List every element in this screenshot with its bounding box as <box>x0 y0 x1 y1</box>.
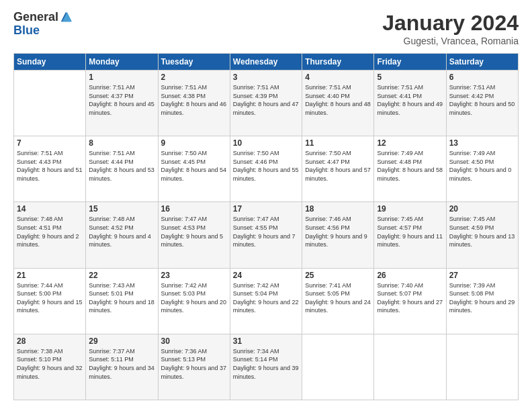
day-info: Sunrise: 7:49 AMSunset: 4:50 PMDaylight:… <box>449 149 515 183</box>
location: Gugesti, Vrancea, Romania <box>382 36 519 46</box>
weekday-header-sunday: Sunday <box>14 54 86 71</box>
calendar-cell: 21Sunrise: 7:44 AMSunset: 5:00 PMDayligh… <box>14 268 86 334</box>
day-info: Sunrise: 7:39 AMSunset: 5:08 PMDaylight:… <box>449 281 515 315</box>
calendar-cell: 4Sunrise: 7:51 AMSunset: 4:40 PMDaylight… <box>302 71 374 136</box>
day-info: Sunrise: 7:42 AMSunset: 5:03 PMDaylight:… <box>161 281 227 315</box>
calendar-cell: 31Sunrise: 7:34 AMSunset: 5:14 PMDayligh… <box>230 334 302 400</box>
weekday-header-friday: Friday <box>374 54 446 71</box>
day-info: Sunrise: 7:48 AMSunset: 4:51 PMDaylight:… <box>17 215 83 248</box>
calendar-cell: 27Sunrise: 7:39 AMSunset: 5:08 PMDayligh… <box>446 268 518 334</box>
calendar-cell: 23Sunrise: 7:42 AMSunset: 5:03 PMDayligh… <box>158 268 230 334</box>
calendar-cell: 7Sunrise: 7:51 AMSunset: 4:43 PMDaylight… <box>14 136 86 202</box>
day-info: Sunrise: 7:36 AMSunset: 5:13 PMDaylight:… <box>161 347 227 381</box>
weekday-header-row: SundayMondayTuesdayWednesdayThursdayFrid… <box>14 54 519 71</box>
day-number: 16 <box>161 204 227 214</box>
day-info: Sunrise: 7:51 AMSunset: 4:41 PMDaylight:… <box>377 83 443 117</box>
day-info: Sunrise: 7:40 AMSunset: 5:07 PMDaylight:… <box>377 281 443 315</box>
weekday-header-tuesday: Tuesday <box>158 54 230 71</box>
day-number: 11 <box>305 138 371 148</box>
day-number: 8 <box>89 138 154 148</box>
calendar-cell: 14Sunrise: 7:48 AMSunset: 4:51 PMDayligh… <box>14 202 86 268</box>
day-number: 5 <box>377 73 443 82</box>
title-block: January 2024 Gugesti, Vrancea, Romania <box>382 11 519 46</box>
day-number: 7 <box>17 138 83 148</box>
day-info: Sunrise: 7:43 AMSunset: 5:01 PMDaylight:… <box>89 281 154 315</box>
week-row-5: 28Sunrise: 7:38 AMSunset: 5:10 PMDayligh… <box>14 334 519 400</box>
day-number: 6 <box>449 73 515 82</box>
day-info: Sunrise: 7:45 AMSunset: 4:57 PMDaylight:… <box>377 215 443 248</box>
day-info: Sunrise: 7:51 AMSunset: 4:44 PMDaylight:… <box>89 149 154 183</box>
day-number: 31 <box>233 336 299 346</box>
day-number: 15 <box>89 204 154 214</box>
logo-text: General Blue <box>13 11 72 38</box>
day-info: Sunrise: 7:51 AMSunset: 4:38 PMDaylight:… <box>161 83 227 117</box>
header: General Blue January 2024 Gugesti, Vranc… <box>13 11 519 46</box>
calendar-page: General Blue January 2024 Gugesti, Vranc… <box>0 0 532 411</box>
logo: General Blue <box>13 11 72 38</box>
logo-icon <box>60 11 72 23</box>
weekday-header-saturday: Saturday <box>446 54 518 71</box>
calendar-cell: 17Sunrise: 7:47 AMSunset: 4:55 PMDayligh… <box>230 202 302 268</box>
month-title: January 2024 <box>382 11 519 36</box>
day-info: Sunrise: 7:47 AMSunset: 4:53 PMDaylight:… <box>161 215 227 248</box>
logo-blue: Blue <box>13 24 72 38</box>
day-info: Sunrise: 7:42 AMSunset: 5:04 PMDaylight:… <box>233 281 299 315</box>
day-number: 27 <box>449 271 515 280</box>
day-number: 18 <box>305 204 371 214</box>
weekday-header-thursday: Thursday <box>302 54 374 71</box>
week-row-1: 1Sunrise: 7:51 AMSunset: 4:37 PMDaylight… <box>14 71 519 136</box>
day-number: 4 <box>305 73 371 82</box>
calendar-cell: 26Sunrise: 7:40 AMSunset: 5:07 PMDayligh… <box>374 268 446 334</box>
day-number: 9 <box>161 138 227 148</box>
calendar-cell: 3Sunrise: 7:51 AMSunset: 4:39 PMDaylight… <box>230 71 302 136</box>
calendar-cell: 9Sunrise: 7:50 AMSunset: 4:45 PMDaylight… <box>158 136 230 202</box>
calendar-cell: 10Sunrise: 7:50 AMSunset: 4:46 PMDayligh… <box>230 136 302 202</box>
day-info: Sunrise: 7:50 AMSunset: 4:45 PMDaylight:… <box>161 149 227 183</box>
day-number: 24 <box>233 271 299 280</box>
calendar-cell: 5Sunrise: 7:51 AMSunset: 4:41 PMDaylight… <box>374 71 446 136</box>
day-number: 2 <box>161 73 227 82</box>
day-number: 10 <box>233 138 299 148</box>
day-number: 12 <box>377 138 443 148</box>
day-info: Sunrise: 7:51 AMSunset: 4:39 PMDaylight:… <box>233 83 299 117</box>
week-row-3: 14Sunrise: 7:48 AMSunset: 4:51 PMDayligh… <box>14 202 519 268</box>
day-info: Sunrise: 7:41 AMSunset: 5:05 PMDaylight:… <box>305 281 371 315</box>
calendar-cell <box>302 334 374 400</box>
day-number: 22 <box>89 271 154 280</box>
logo-general: General <box>13 11 58 24</box>
weekday-header-monday: Monday <box>86 54 158 71</box>
day-number: 13 <box>449 138 515 148</box>
day-info: Sunrise: 7:46 AMSunset: 4:56 PMDaylight:… <box>305 215 371 248</box>
day-number: 29 <box>89 336 154 346</box>
day-number: 28 <box>17 336 83 346</box>
calendar-cell: 2Sunrise: 7:51 AMSunset: 4:38 PMDaylight… <box>158 71 230 136</box>
day-info: Sunrise: 7:51 AMSunset: 4:42 PMDaylight:… <box>449 83 515 117</box>
day-number: 26 <box>377 271 443 280</box>
calendar-cell: 13Sunrise: 7:49 AMSunset: 4:50 PMDayligh… <box>446 136 518 202</box>
day-info: Sunrise: 7:50 AMSunset: 4:47 PMDaylight:… <box>305 149 371 183</box>
calendar-cell: 15Sunrise: 7:48 AMSunset: 4:52 PMDayligh… <box>86 202 158 268</box>
day-number: 21 <box>17 271 83 280</box>
day-number: 14 <box>17 204 83 214</box>
calendar-cell: 1Sunrise: 7:51 AMSunset: 4:37 PMDaylight… <box>86 71 158 136</box>
calendar-cell <box>14 71 86 136</box>
day-info: Sunrise: 7:34 AMSunset: 5:14 PMDaylight:… <box>233 347 299 381</box>
day-info: Sunrise: 7:48 AMSunset: 4:52 PMDaylight:… <box>89 215 154 248</box>
calendar-cell: 20Sunrise: 7:45 AMSunset: 4:59 PMDayligh… <box>446 202 518 268</box>
day-info: Sunrise: 7:50 AMSunset: 4:46 PMDaylight:… <box>233 149 299 183</box>
calendar-body: 1Sunrise: 7:51 AMSunset: 4:37 PMDaylight… <box>14 71 519 400</box>
day-info: Sunrise: 7:51 AMSunset: 4:37 PMDaylight:… <box>89 83 154 117</box>
calendar-cell: 19Sunrise: 7:45 AMSunset: 4:57 PMDayligh… <box>374 202 446 268</box>
day-info: Sunrise: 7:47 AMSunset: 4:55 PMDaylight:… <box>233 215 299 248</box>
day-info: Sunrise: 7:51 AMSunset: 4:40 PMDaylight:… <box>305 83 371 117</box>
day-info: Sunrise: 7:51 AMSunset: 4:43 PMDaylight:… <box>17 149 83 183</box>
week-row-2: 7Sunrise: 7:51 AMSunset: 4:43 PMDaylight… <box>14 136 519 202</box>
calendar-table: SundayMondayTuesdayWednesdayThursdayFrid… <box>13 53 519 400</box>
calendar-cell: 25Sunrise: 7:41 AMSunset: 5:05 PMDayligh… <box>302 268 374 334</box>
day-info: Sunrise: 7:38 AMSunset: 5:10 PMDaylight:… <box>17 347 83 381</box>
calendar-cell: 29Sunrise: 7:37 AMSunset: 5:11 PMDayligh… <box>86 334 158 400</box>
calendar-cell <box>446 334 518 400</box>
day-number: 30 <box>161 336 227 346</box>
day-number: 19 <box>377 204 443 214</box>
calendar-cell: 16Sunrise: 7:47 AMSunset: 4:53 PMDayligh… <box>158 202 230 268</box>
